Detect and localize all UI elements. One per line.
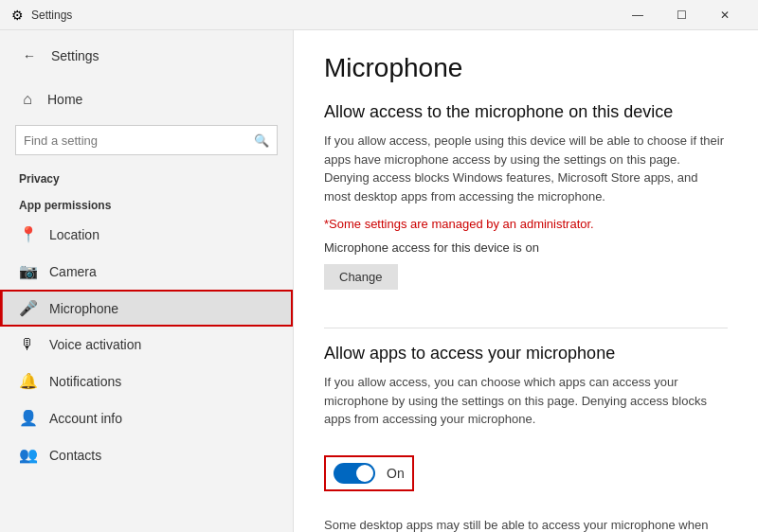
sidebar-nav-top: ← Settings (0, 30, 293, 81)
camera-icon: 📷 (19, 262, 36, 280)
sidebar-settings-title: Settings (51, 48, 99, 63)
sidebar-item-home[interactable]: ⌂ Home (0, 81, 293, 117)
sidebar-item-notifications-label: Notifications (49, 374, 121, 389)
sidebar-item-contacts[interactable]: 👥 Contacts (0, 436, 293, 473)
sidebar-item-camera-label: Camera (49, 264, 97, 279)
section1-heading: Allow access to the microphone on this d… (324, 102, 728, 122)
access-status: Microphone access for this device is on (324, 240, 728, 255)
microphone-toggle[interactable] (334, 463, 375, 484)
footer-note: Some desktop apps may still be able to a… (324, 516, 728, 533)
toggle-label: On (387, 466, 405, 481)
sidebar-item-camera[interactable]: 📷 Camera (0, 253, 293, 290)
contacts-icon: 👥 (19, 446, 36, 464)
microphone-icon: 🎤 (19, 299, 36, 317)
sidebar-item-account-info[interactable]: 👤 Account info (0, 399, 293, 436)
back-icon: ← (23, 48, 36, 63)
sidebar-item-contacts-label: Contacts (49, 448, 101, 463)
settings-window-icon: ⚙ (11, 8, 24, 23)
toggle-row[interactable]: On (324, 455, 414, 491)
sidebar: ← Settings ⌂ Home 🔍 Privacy App permissi… (0, 30, 294, 532)
app-permissions-label: App permissions (0, 189, 293, 216)
maximize-button[interactable]: ☐ (659, 0, 703, 30)
main-layout: ← Settings ⌂ Home 🔍 Privacy App permissi… (0, 30, 758, 532)
search-input[interactable] (24, 133, 254, 148)
admin-warning: *Some settings are managed by an adminis… (324, 217, 728, 231)
privacy-section-label: Privacy (0, 163, 293, 189)
section2-heading: Allow apps to access your microphone (324, 344, 728, 364)
close-button[interactable]: ✕ (703, 0, 747, 30)
minimize-button[interactable]: — (616, 0, 659, 30)
titlebar-controls: — ☐ ✕ (616, 0, 747, 30)
back-button[interactable]: ← (15, 42, 44, 70)
sidebar-item-location[interactable]: 📍 Location (0, 216, 293, 253)
change-button[interactable]: Change (324, 264, 398, 290)
titlebar: ⚙ Settings — ☐ ✕ (0, 0, 758, 30)
titlebar-title: Settings (31, 9, 72, 22)
sidebar-item-voice-activation-label: Voice activation (49, 337, 141, 352)
sidebar-item-location-label: Location (49, 227, 99, 242)
sidebar-item-voice-activation[interactable]: 🎙 Voice activation (0, 327, 293, 363)
home-label: Home (47, 92, 82, 107)
search-box[interactable]: 🔍 (15, 125, 278, 155)
footer-note-text: Some desktop apps may still be able to a… (324, 518, 708, 533)
section1-description: If you allow access, people using this d… (324, 132, 728, 205)
sidebar-item-account-info-label: Account info (49, 411, 122, 426)
notifications-icon: 🔔 (19, 372, 36, 390)
section2-description: If you allow access, you can choose whic… (324, 373, 728, 429)
sidebar-item-microphone[interactable]: 🎤 Microphone (0, 290, 293, 327)
voice-activation-icon: 🎙 (19, 336, 36, 353)
sidebar-item-notifications[interactable]: 🔔 Notifications (0, 363, 293, 399)
content-area: Microphone Allow access to the microphon… (294, 30, 758, 532)
page-title: Microphone (324, 53, 728, 83)
titlebar-left: ⚙ Settings (11, 8, 72, 23)
sidebar-item-microphone-label: Microphone (49, 301, 118, 316)
account-info-icon: 👤 (19, 409, 36, 427)
home-icon: ⌂ (19, 91, 36, 108)
divider (324, 328, 728, 328)
location-icon: 📍 (19, 225, 36, 243)
search-icon: 🔍 (254, 133, 269, 148)
